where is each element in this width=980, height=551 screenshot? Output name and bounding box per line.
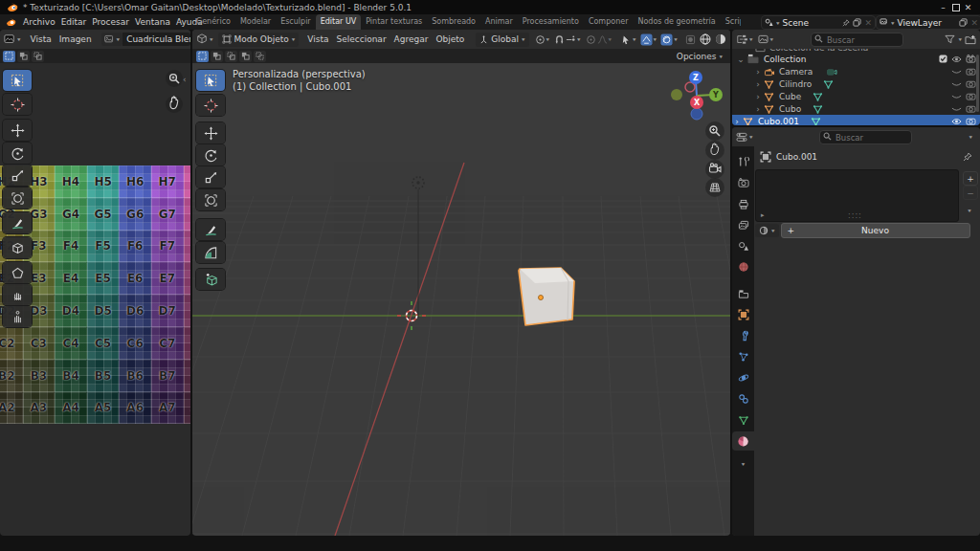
navigation-gizmo[interactable]: Z Y X bbox=[671, 71, 723, 120]
disclosure-arrow[interactable]: › bbox=[753, 79, 763, 89]
vp-tool-move[interactable] bbox=[196, 122, 225, 143]
uv-tool-move[interactable] bbox=[3, 120, 32, 141]
uv-tool-pinch[interactable] bbox=[3, 306, 32, 327]
expand-arrow-icon[interactable]: ▸ bbox=[761, 211, 765, 219]
tab-render[interactable] bbox=[732, 173, 754, 192]
tool-options-dropdown[interactable]: Opciones ▾ bbox=[677, 52, 723, 61]
xray-dropdown[interactable]: ▾ bbox=[660, 33, 678, 46]
select-mode-subtract-button[interactable] bbox=[225, 51, 237, 62]
uv-tool-scale[interactable] bbox=[3, 165, 32, 186]
pan-gizmo[interactable] bbox=[166, 96, 183, 113]
snap-dropdown[interactable]: ▾ bbox=[554, 34, 581, 45]
vp-menu-vista[interactable]: Vista bbox=[303, 34, 332, 44]
outliner-item-cubo[interactable]: › Cubo bbox=[732, 102, 980, 115]
tab-output[interactable] bbox=[732, 194, 754, 213]
tab-pintar-texturas[interactable]: Pintar texturas bbox=[361, 14, 427, 30]
outliner-item-collection[interactable]: ⌄ Collection bbox=[732, 53, 980, 65]
filter-icon[interactable] bbox=[945, 34, 955, 44]
vp-tool-transform[interactable] bbox=[196, 189, 225, 210]
hide-viewport-eye-icon[interactable] bbox=[951, 105, 962, 113]
viewlayer-selector[interactable]: ▾ ViewLayer ✕ bbox=[876, 15, 980, 30]
vp-menu-agregar[interactable]: Agregar bbox=[390, 34, 433, 44]
zoom-gizmo[interactable] bbox=[705, 121, 724, 141]
unlink-icon[interactable]: ✕ bbox=[864, 18, 872, 28]
copy-icon[interactable] bbox=[853, 18, 861, 27]
disable-render-camera-icon[interactable] bbox=[966, 55, 976, 63]
outliner-item-cubo-001[interactable]: › Cubo.001 bbox=[732, 115, 980, 125]
add-material-slot-button[interactable]: + bbox=[963, 171, 978, 186]
shading-rendered-icon[interactable] bbox=[715, 33, 726, 45]
perspective-toggle-gizmo[interactable] bbox=[705, 178, 724, 197]
editor-type-dropdown[interactable]: ▾ bbox=[196, 33, 213, 45]
image-name-field[interactable]: Cuadricula Blender bbox=[122, 33, 190, 46]
disable-render-camera-icon[interactable] bbox=[966, 92, 976, 100]
pin-icon[interactable] bbox=[842, 19, 850, 27]
outliner-item-cube[interactable]: › Cube bbox=[732, 90, 980, 102]
image-datablock-dropdown[interactable]: ▾ bbox=[101, 33, 123, 46]
vp-tool-annotate[interactable] bbox=[196, 219, 225, 240]
copy-icon[interactable] bbox=[959, 18, 968, 27]
disable-render-camera-icon[interactable] bbox=[966, 117, 976, 125]
uv-tool-box[interactable] bbox=[3, 237, 32, 258]
browse-material-button[interactable]: ▾ bbox=[755, 224, 779, 237]
material-slot-specials-button[interactable]: ▾ bbox=[963, 204, 976, 216]
tab-object-data[interactable] bbox=[732, 410, 754, 430]
tab-animar[interactable]: Animar bbox=[480, 14, 518, 30]
vp-menu-objeto[interactable]: Objeto bbox=[432, 34, 468, 44]
properties-search-input[interactable] bbox=[819, 130, 912, 144]
overlays-dropdown[interactable]: ▾ bbox=[640, 33, 657, 46]
tab-procesamiento[interactable]: Procesamiento bbox=[518, 14, 584, 30]
close-button[interactable]: ✕ bbox=[962, 2, 974, 12]
vp-tool-rotate[interactable] bbox=[196, 144, 225, 165]
select-mode-invert-button[interactable] bbox=[239, 51, 252, 62]
tab-modelar[interactable]: Modelar bbox=[235, 14, 276, 30]
tab-particles[interactable] bbox=[732, 347, 754, 366]
vp-tool-measure[interactable] bbox=[196, 242, 225, 263]
options-dropdown-icon[interactable]: ▾ bbox=[969, 134, 972, 140]
remove-material-slot-button[interactable]: − bbox=[963, 186, 978, 200]
tab-tool[interactable] bbox=[732, 152, 754, 171]
tab-world[interactable] bbox=[732, 257, 754, 276]
scene-selector[interactable]: ▾ Scene ✕ bbox=[761, 15, 876, 30]
hide-viewport-eye-icon[interactable] bbox=[951, 80, 962, 88]
pan-gizmo[interactable] bbox=[705, 141, 724, 160]
zoom-gizmo[interactable] bbox=[166, 70, 183, 87]
uv-menu-imagen[interactable]: Imagen bbox=[56, 34, 96, 44]
breadcrumb-object-name[interactable]: Cubo.001 bbox=[776, 152, 817, 162]
hide-viewport-eye-icon[interactable] bbox=[951, 118, 962, 125]
shading-solid-icon[interactable] bbox=[685, 34, 696, 45]
pin-icon[interactable] bbox=[963, 152, 972, 162]
outliner-item-camera[interactable]: › Camera bbox=[732, 65, 980, 77]
vp-tool-tweak-select[interactable] bbox=[196, 70, 225, 91]
select-mode-extend-button[interactable] bbox=[17, 51, 30, 62]
vp-menu-seleccionar[interactable]: Seleccionar bbox=[332, 34, 390, 44]
select-mode-intersect-button[interactable] bbox=[254, 51, 266, 62]
app-menu[interactable]: Archivo Editar Procesar Ventana Ayuda bbox=[6, 14, 206, 30]
hide-viewport-eye-icon[interactable] bbox=[951, 55, 962, 63]
disable-render-camera-icon[interactable] bbox=[966, 67, 976, 76]
uv-tool-tweak-select[interactable] bbox=[3, 70, 32, 91]
new-collection-button[interactable] bbox=[965, 34, 976, 45]
mode-selector[interactable]: Modo Objeto ▾ bbox=[218, 33, 300, 47]
tab-esculpir[interactable]: Esculpir bbox=[276, 14, 316, 30]
menu-procesar[interactable]: Procesar bbox=[89, 17, 132, 27]
vp-tool-cursor[interactable] bbox=[196, 95, 225, 116]
tab-physics[interactable] bbox=[732, 368, 754, 387]
disclosure-arrow[interactable]: › bbox=[753, 67, 763, 77]
tab-modifiers[interactable] bbox=[732, 326, 754, 345]
select-mode-new-button[interactable] bbox=[196, 51, 209, 62]
tab-componer[interactable]: Componer bbox=[584, 14, 634, 30]
shading-material-icon[interactable] bbox=[700, 33, 711, 45]
outliner-item-cilindro[interactable]: › Cilindro bbox=[732, 77, 980, 90]
maximize-button[interactable] bbox=[949, 2, 962, 12]
viewport-scene[interactable]: Z Y X bbox=[192, 63, 730, 536]
disclosure-arrow[interactable]: › bbox=[753, 104, 763, 114]
vp-tool-add-cube[interactable] bbox=[196, 269, 225, 290]
outliner-scrollbar[interactable] bbox=[976, 55, 979, 112]
tab-constraints[interactable] bbox=[732, 389, 754, 408]
remove-icon[interactable]: ✕ bbox=[970, 18, 978, 28]
uv-tool-transform[interactable] bbox=[3, 187, 32, 209]
disable-render-camera-icon[interactable] bbox=[966, 79, 976, 88]
transform-orientation-selector[interactable]: Global ▾ bbox=[476, 33, 528, 47]
light-object[interactable] bbox=[412, 177, 424, 318]
